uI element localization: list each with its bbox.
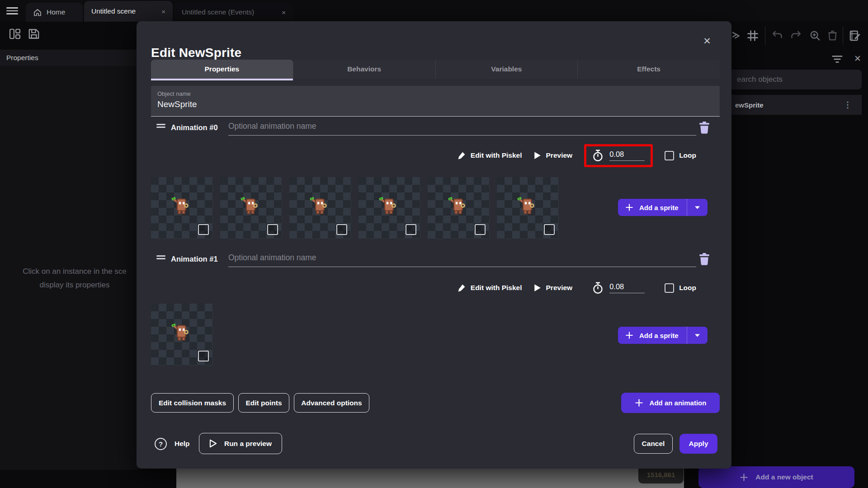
loop-toggle-group: Loop bbox=[665, 283, 696, 293]
search-placeholder: earch objects bbox=[737, 75, 783, 84]
frame-select-checkbox[interactable] bbox=[336, 224, 347, 235]
advanced-options-button[interactable]: Advanced options bbox=[294, 393, 369, 413]
close-tab-icon[interactable]: × bbox=[282, 9, 286, 16]
plus-icon bbox=[625, 203, 633, 211]
edit-sprite-dialog: Edit NewSprite ✕ Properties Behaviors Va… bbox=[137, 21, 731, 469]
dialog-tabs: Properties Behaviors Variables Effects bbox=[151, 60, 720, 79]
redo-icon[interactable] bbox=[790, 30, 802, 41]
tab-properties[interactable]: Properties bbox=[151, 60, 293, 79]
delete-animation-0-icon[interactable] bbox=[698, 121, 710, 134]
filter-list-icon[interactable] bbox=[832, 55, 843, 63]
close-tab-icon[interactable]: × bbox=[161, 8, 165, 15]
animation-0-label: Animation #0 bbox=[171, 123, 218, 132]
tab-effects[interactable]: Effects bbox=[578, 60, 720, 79]
drag-handle-icon[interactable] bbox=[156, 124, 165, 128]
sprite-frame-thumbnail[interactable] bbox=[151, 177, 213, 239]
add-sprite-button[interactable]: Add a sprite bbox=[618, 327, 708, 344]
pig-sprite-image bbox=[512, 191, 543, 221]
animation-1-toolbar: Edit with Piskel Preview 0.08 Loop bbox=[228, 275, 696, 301]
loop-label: Loop bbox=[679, 151, 696, 160]
add-sprite-dropdown-caret[interactable] bbox=[687, 327, 708, 344]
time-between-frames-group-highlighted: 0.08 bbox=[584, 144, 653, 167]
preview-label: Preview bbox=[546, 151, 573, 160]
time-between-frames-input[interactable]: 0.08 bbox=[609, 150, 645, 161]
kebab-menu-icon[interactable]: ⋮ bbox=[844, 100, 852, 110]
help-button[interactable]: ? Help bbox=[155, 434, 190, 454]
brush-icon bbox=[457, 151, 466, 160]
hamburger-menu-icon[interactable] bbox=[6, 7, 18, 14]
sprite-frame-thumbnail[interactable] bbox=[497, 177, 559, 239]
question-mark-icon: ? bbox=[155, 438, 167, 450]
edit-scene-properties-icon[interactable] bbox=[849, 30, 861, 42]
add-sprite-dropdown-caret[interactable] bbox=[687, 199, 708, 216]
frame-select-checkbox[interactable] bbox=[406, 224, 416, 235]
edit-points-button[interactable]: Edit points bbox=[238, 393, 289, 413]
layout-panels-icon[interactable] bbox=[9, 28, 21, 40]
sprite-frame-thumbnail[interactable] bbox=[151, 304, 213, 366]
sprite-frame-thumbnail[interactable] bbox=[289, 177, 351, 239]
empty-state-line1: Click on an instance in the sce bbox=[0, 265, 138, 278]
home-icon bbox=[33, 8, 42, 17]
run-preview-button[interactable]: Run a preview bbox=[199, 433, 282, 454]
tab-variables[interactable]: Variables bbox=[436, 60, 578, 79]
play-outline-icon bbox=[209, 439, 217, 448]
drag-handle-icon[interactable] bbox=[156, 255, 165, 259]
add-new-object-label: Add a new object bbox=[755, 473, 813, 481]
grid-icon[interactable] bbox=[747, 30, 759, 42]
brush-icon bbox=[457, 284, 466, 292]
cancel-button[interactable]: Cancel bbox=[634, 434, 673, 454]
add-animation-label: Add an animation bbox=[650, 399, 707, 407]
animation-1-label: Animation #1 bbox=[171, 255, 218, 263]
add-sprite-button[interactable]: Add a sprite bbox=[618, 199, 708, 216]
animation-1-name-input[interactable]: Optional animation name bbox=[228, 253, 696, 267]
time-between-frames-input[interactable]: 0.08 bbox=[609, 282, 645, 293]
frame-select-checkbox[interactable] bbox=[544, 224, 555, 235]
add-sprite-label: Add a sprite bbox=[639, 332, 679, 339]
tab-label: Home bbox=[47, 8, 65, 16]
sprite-frame-thumbnail[interactable] bbox=[220, 177, 282, 239]
chevron-down-icon bbox=[694, 333, 700, 338]
properties-panel-title: Properties bbox=[6, 54, 38, 62]
properties-panel-body: Click on an instance in the sce display … bbox=[0, 66, 138, 470]
undo-icon[interactable] bbox=[771, 30, 783, 41]
frame-select-checkbox[interactable] bbox=[475, 224, 486, 235]
delete-icon[interactable] bbox=[827, 30, 838, 41]
edit-collision-masks-button[interactable]: Edit collision masks bbox=[151, 393, 234, 413]
close-panel-icon[interactable]: ✕ bbox=[852, 52, 863, 64]
plus-icon bbox=[625, 331, 633, 339]
tab-untitled-scene-events[interactable]: Untitled scene (Events) × bbox=[175, 3, 293, 22]
close-dialog-icon[interactable]: ✕ bbox=[700, 34, 714, 48]
add-animation-button[interactable]: Add an animation bbox=[621, 393, 720, 413]
edit-with-piskel-button[interactable]: Edit with Piskel bbox=[457, 284, 522, 292]
add-new-object-button[interactable]: Add a new object bbox=[698, 466, 854, 488]
loop-checkbox[interactable] bbox=[665, 151, 674, 160]
delete-animation-1-icon[interactable] bbox=[698, 252, 710, 266]
tab-home[interactable]: Home bbox=[26, 3, 83, 22]
frame-select-checkbox[interactable] bbox=[267, 224, 278, 235]
search-objects-input[interactable]: earch objects bbox=[726, 70, 862, 89]
edit-with-piskel-label: Edit with Piskel bbox=[471, 151, 522, 160]
pig-sprite-image bbox=[443, 191, 474, 221]
dialog-title: Edit NewSprite bbox=[151, 46, 241, 60]
edit-with-piskel-button[interactable]: Edit with Piskel bbox=[457, 151, 522, 160]
animation-0-name-input[interactable]: Optional animation name bbox=[228, 122, 696, 136]
object-name-label: Object name bbox=[157, 90, 713, 97]
preview-button[interactable]: Preview bbox=[534, 151, 573, 160]
object-name-field[interactable]: Object name NewSprite bbox=[151, 86, 720, 117]
loop-checkbox[interactable] bbox=[665, 283, 674, 293]
apply-button[interactable]: Apply bbox=[679, 434, 717, 454]
zoom-in-icon[interactable] bbox=[809, 30, 821, 41]
sprite-frame-thumbnail[interactable] bbox=[359, 177, 420, 239]
layers-icon[interactable] bbox=[731, 30, 741, 41]
save-icon[interactable] bbox=[28, 28, 40, 40]
preview-button[interactable]: Preview bbox=[534, 284, 573, 292]
play-icon bbox=[534, 284, 541, 292]
frame-select-checkbox[interactable] bbox=[198, 351, 209, 361]
help-label: Help bbox=[175, 440, 190, 448]
gdevelop-app: Home Untitled scene × Untitled scene (Ev… bbox=[0, 0, 868, 488]
frame-select-checkbox[interactable] bbox=[198, 224, 209, 235]
edit-with-piskel-label: Edit with Piskel bbox=[471, 284, 522, 292]
tab-untitled-scene[interactable]: Untitled scene × bbox=[84, 1, 173, 22]
sprite-frame-thumbnail[interactable] bbox=[428, 177, 490, 239]
tab-behaviors[interactable]: Behaviors bbox=[293, 60, 436, 79]
